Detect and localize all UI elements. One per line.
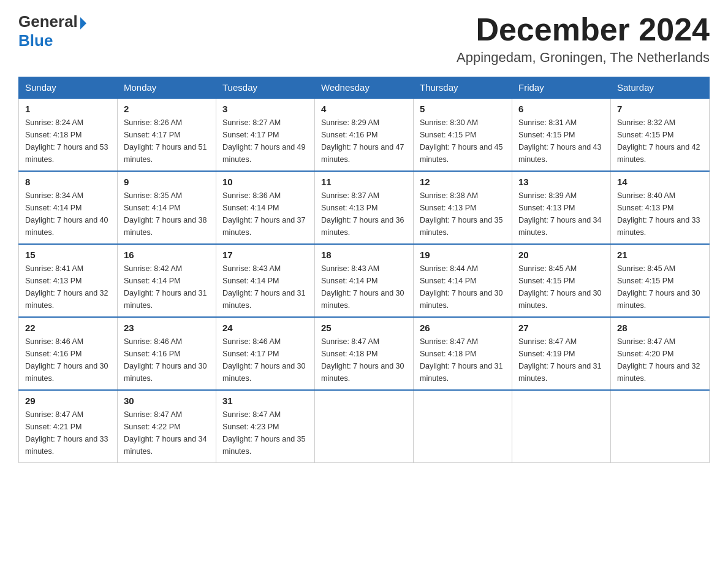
day-number: 15 — [25, 250, 111, 260]
calendar-cell: 2 Sunrise: 8:26 AMSunset: 4:17 PMDayligh… — [118, 98, 216, 171]
day-info: Sunrise: 8:32 AMSunset: 4:15 PMDaylight:… — [617, 118, 700, 164]
day-info: Sunrise: 8:39 AMSunset: 4:13 PMDaylight:… — [518, 191, 602, 237]
calendar-cell: 10 Sunrise: 8:36 AMSunset: 4:14 PMDaylig… — [216, 171, 315, 244]
calendar-header-row: SundayMondayTuesdayWednesdayThursdayFrid… — [19, 77, 710, 99]
day-number: 22 — [25, 323, 111, 333]
calendar-cell: 13 Sunrise: 8:39 AMSunset: 4:13 PMDaylig… — [512, 171, 611, 244]
header-tuesday: Tuesday — [216, 77, 315, 99]
day-info: Sunrise: 8:34 AMSunset: 4:14 PMDaylight:… — [25, 191, 108, 237]
calendar-cell — [414, 390, 512, 463]
day-number: 5 — [420, 104, 506, 114]
calendar-cell — [315, 390, 414, 463]
calendar-cell: 1 Sunrise: 8:24 AMSunset: 4:18 PMDayligh… — [19, 98, 118, 171]
calendar-cell: 12 Sunrise: 8:38 AMSunset: 4:13 PMDaylig… — [414, 171, 512, 244]
logo-general-text: General — [18, 12, 78, 31]
day-info: Sunrise: 8:26 AMSunset: 4:17 PMDaylight:… — [124, 118, 207, 164]
page-header: General Blue December 2024 Appingedam, G… — [18, 12, 710, 66]
day-number: 9 — [124, 177, 210, 187]
calendar-cell: 22 Sunrise: 8:46 AMSunset: 4:16 PMDaylig… — [19, 317, 118, 390]
day-number: 11 — [321, 177, 407, 187]
calendar-cell: 11 Sunrise: 8:37 AMSunset: 4:13 PMDaylig… — [315, 171, 414, 244]
logo-blue-text: Blue — [18, 31, 53, 50]
logo: General Blue — [18, 12, 86, 50]
calendar-cell: 26 Sunrise: 8:47 AMSunset: 4:18 PMDaylig… — [414, 317, 512, 390]
day-info: Sunrise: 8:40 AMSunset: 4:13 PMDaylight:… — [617, 191, 700, 237]
calendar-cell: 30 Sunrise: 8:47 AMSunset: 4:22 PMDaylig… — [118, 390, 216, 463]
calendar-table: SundayMondayTuesdayWednesdayThursdayFrid… — [18, 77, 710, 463]
header-sunday: Sunday — [19, 77, 118, 99]
header-saturday: Saturday — [611, 77, 710, 99]
month-title: December 2024 — [457, 12, 710, 47]
day-number: 19 — [420, 250, 506, 260]
day-number: 12 — [420, 177, 506, 187]
day-number: 8 — [25, 177, 111, 187]
calendar-week-1: 1 Sunrise: 8:24 AMSunset: 4:18 PMDayligh… — [19, 98, 710, 171]
calendar-cell: 28 Sunrise: 8:47 AMSunset: 4:20 PMDaylig… — [611, 317, 710, 390]
day-info: Sunrise: 8:44 AMSunset: 4:14 PMDaylight:… — [420, 264, 503, 310]
day-info: Sunrise: 8:27 AMSunset: 4:17 PMDaylight:… — [222, 118, 306, 164]
day-number: 17 — [222, 250, 308, 260]
day-number: 7 — [617, 104, 703, 114]
calendar-cell: 5 Sunrise: 8:30 AMSunset: 4:15 PMDayligh… — [414, 98, 512, 171]
calendar-cell: 19 Sunrise: 8:44 AMSunset: 4:14 PMDaylig… — [414, 244, 512, 317]
logo-arrow-icon — [80, 17, 86, 29]
calendar-cell: 9 Sunrise: 8:35 AMSunset: 4:14 PMDayligh… — [118, 171, 216, 244]
calendar-cell: 25 Sunrise: 8:47 AMSunset: 4:18 PMDaylig… — [315, 317, 414, 390]
logo-blue-part — [78, 17, 86, 27]
calendar-cell: 18 Sunrise: 8:43 AMSunset: 4:14 PMDaylig… — [315, 244, 414, 317]
calendar-week-3: 15 Sunrise: 8:41 AMSunset: 4:13 PMDaylig… — [19, 244, 710, 317]
day-info: Sunrise: 8:36 AMSunset: 4:14 PMDaylight:… — [222, 191, 306, 237]
calendar-cell: 15 Sunrise: 8:41 AMSunset: 4:13 PMDaylig… — [19, 244, 118, 317]
day-info: Sunrise: 8:46 AMSunset: 4:17 PMDaylight:… — [222, 337, 306, 383]
day-number: 4 — [321, 104, 407, 114]
day-info: Sunrise: 8:35 AMSunset: 4:14 PMDaylight:… — [124, 191, 207, 237]
day-info: Sunrise: 8:47 AMSunset: 4:18 PMDaylight:… — [420, 337, 503, 383]
calendar-cell: 23 Sunrise: 8:46 AMSunset: 4:16 PMDaylig… — [118, 317, 216, 390]
location-title: Appingedam, Groningen, The Netherlands — [457, 50, 710, 66]
calendar-week-2: 8 Sunrise: 8:34 AMSunset: 4:14 PMDayligh… — [19, 171, 710, 244]
day-number: 23 — [124, 323, 210, 333]
day-number: 24 — [222, 323, 308, 333]
calendar-cell: 8 Sunrise: 8:34 AMSunset: 4:14 PMDayligh… — [19, 171, 118, 244]
title-area: December 2024 Appingedam, Groningen, The… — [457, 12, 710, 66]
day-info: Sunrise: 8:38 AMSunset: 4:13 PMDaylight:… — [420, 191, 503, 237]
day-number: 2 — [124, 104, 210, 114]
header-friday: Friday — [512, 77, 611, 99]
calendar-cell: 24 Sunrise: 8:46 AMSunset: 4:17 PMDaylig… — [216, 317, 315, 390]
day-info: Sunrise: 8:24 AMSunset: 4:18 PMDaylight:… — [25, 118, 108, 164]
calendar-cell: 20 Sunrise: 8:45 AMSunset: 4:15 PMDaylig… — [512, 244, 611, 317]
calendar-week-5: 29 Sunrise: 8:47 AMSunset: 4:21 PMDaylig… — [19, 390, 710, 463]
calendar-cell: 14 Sunrise: 8:40 AMSunset: 4:13 PMDaylig… — [611, 171, 710, 244]
day-info: Sunrise: 8:46 AMSunset: 4:16 PMDaylight:… — [124, 337, 207, 383]
calendar-cell: 6 Sunrise: 8:31 AMSunset: 4:15 PMDayligh… — [512, 98, 611, 171]
day-info: Sunrise: 8:47 AMSunset: 4:21 PMDaylight:… — [25, 410, 108, 456]
calendar-cell: 16 Sunrise: 8:42 AMSunset: 4:14 PMDaylig… — [118, 244, 216, 317]
header-thursday: Thursday — [414, 77, 512, 99]
day-info: Sunrise: 8:43 AMSunset: 4:14 PMDaylight:… — [222, 264, 306, 310]
calendar-cell: 27 Sunrise: 8:47 AMSunset: 4:19 PMDaylig… — [512, 317, 611, 390]
day-info: Sunrise: 8:31 AMSunset: 4:15 PMDaylight:… — [518, 118, 602, 164]
day-info: Sunrise: 8:47 AMSunset: 4:20 PMDaylight:… — [617, 337, 700, 383]
day-number: 26 — [420, 323, 506, 333]
header-wednesday: Wednesday — [315, 77, 414, 99]
day-number: 27 — [518, 323, 604, 333]
day-info: Sunrise: 8:41 AMSunset: 4:13 PMDaylight:… — [25, 264, 108, 310]
calendar-cell — [512, 390, 611, 463]
calendar-cell — [611, 390, 710, 463]
day-info: Sunrise: 8:30 AMSunset: 4:15 PMDaylight:… — [420, 118, 503, 164]
day-info: Sunrise: 8:47 AMSunset: 4:22 PMDaylight:… — [124, 410, 207, 456]
calendar-cell: 17 Sunrise: 8:43 AMSunset: 4:14 PMDaylig… — [216, 244, 315, 317]
day-number: 18 — [321, 250, 407, 260]
day-info: Sunrise: 8:42 AMSunset: 4:14 PMDaylight:… — [124, 264, 207, 310]
day-number: 10 — [222, 177, 308, 187]
day-info: Sunrise: 8:45 AMSunset: 4:15 PMDaylight:… — [518, 264, 602, 310]
calendar-week-4: 22 Sunrise: 8:46 AMSunset: 4:16 PMDaylig… — [19, 317, 710, 390]
day-number: 6 — [518, 104, 604, 114]
day-number: 25 — [321, 323, 407, 333]
day-number: 29 — [25, 396, 111, 406]
calendar-cell: 7 Sunrise: 8:32 AMSunset: 4:15 PMDayligh… — [611, 98, 710, 171]
day-number: 16 — [124, 250, 210, 260]
day-info: Sunrise: 8:47 AMSunset: 4:19 PMDaylight:… — [518, 337, 602, 383]
day-info: Sunrise: 8:46 AMSunset: 4:16 PMDaylight:… — [25, 337, 108, 383]
header-monday: Monday — [118, 77, 216, 99]
